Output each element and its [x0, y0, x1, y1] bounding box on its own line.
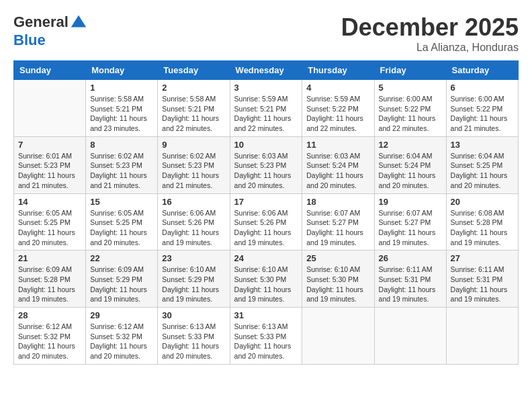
day-number: 28 [18, 310, 81, 320]
day-number: 22 [90, 253, 153, 263]
calendar-cell [14, 80, 86, 137]
calendar-cell: 6Sunrise: 6:00 AM Sunset: 5:22 PM Daylig… [446, 80, 518, 137]
calendar-cell: 21Sunrise: 6:09 AM Sunset: 5:28 PM Dayli… [14, 250, 86, 308]
logo-icon [69, 13, 88, 32]
day-number: 31 [234, 310, 298, 320]
calendar-cell: 12Sunrise: 6:04 AM Sunset: 5:24 PM Dayli… [374, 136, 446, 193]
day-info: Sunrise: 6:13 AM Sunset: 5:33 PM Dayligh… [234, 322, 298, 361]
day-number: 29 [90, 310, 153, 320]
logo-blue: Blue [13, 32, 46, 48]
day-info: Sunrise: 6:06 AM Sunset: 5:26 PM Dayligh… [234, 208, 298, 248]
day-info: Sunrise: 6:12 AM Sunset: 5:32 PM Dayligh… [90, 322, 153, 361]
calendar-cell: 13Sunrise: 6:04 AM Sunset: 5:25 PM Dayli… [446, 136, 518, 193]
day-info: Sunrise: 6:08 AM Sunset: 5:28 PM Dayligh… [451, 208, 514, 248]
week-row-5: 28Sunrise: 6:12 AM Sunset: 5:32 PM Dayli… [14, 308, 519, 365]
day-info: Sunrise: 5:59 AM Sunset: 5:22 PM Dayligh… [306, 94, 369, 134]
weekday-header-tuesday: Tuesday [158, 61, 230, 80]
day-number: 9 [162, 140, 225, 150]
weekday-header-wednesday: Wednesday [230, 61, 302, 80]
calendar-cell: 8Sunrise: 6:02 AM Sunset: 5:23 PM Daylig… [86, 136, 158, 193]
day-info: Sunrise: 6:05 AM Sunset: 5:25 PM Dayligh… [18, 208, 81, 248]
logo: General Blue [13, 13, 89, 48]
calendar-cell: 29Sunrise: 6:12 AM Sunset: 5:32 PM Dayli… [86, 308, 158, 365]
weekday-header-row: SundayMondayTuesdayWednesdayThursdayFrid… [14, 61, 519, 80]
calendar-cell: 26Sunrise: 6:11 AM Sunset: 5:31 PM Dayli… [374, 250, 446, 308]
day-number: 6 [451, 83, 514, 93]
day-info: Sunrise: 6:10 AM Sunset: 5:30 PM Dayligh… [234, 265, 298, 304]
day-info: Sunrise: 6:00 AM Sunset: 5:22 PM Dayligh… [379, 94, 442, 134]
day-info: Sunrise: 6:03 AM Sunset: 5:23 PM Dayligh… [234, 151, 298, 191]
calendar-cell: 25Sunrise: 6:10 AM Sunset: 5:30 PM Dayli… [302, 250, 374, 308]
week-row-3: 14Sunrise: 6:05 AM Sunset: 5:25 PM Dayli… [14, 193, 519, 250]
svg-marker-0 [71, 15, 86, 28]
calendar-cell: 2Sunrise: 5:58 AM Sunset: 5:21 PM Daylig… [158, 80, 230, 137]
day-number: 2 [162, 83, 225, 93]
day-number: 30 [162, 310, 225, 320]
calendar-cell: 15Sunrise: 6:05 AM Sunset: 5:25 PM Dayli… [86, 193, 158, 250]
day-info: Sunrise: 6:00 AM Sunset: 5:22 PM Dayligh… [451, 94, 514, 134]
day-info: Sunrise: 6:10 AM Sunset: 5:29 PM Dayligh… [162, 265, 225, 304]
day-number: 15 [90, 197, 153, 207]
calendar-cell: 11Sunrise: 6:03 AM Sunset: 5:24 PM Dayli… [302, 136, 374, 193]
calendar-cell: 18Sunrise: 6:07 AM Sunset: 5:27 PM Dayli… [302, 193, 374, 250]
weekday-header-thursday: Thursday [302, 61, 374, 80]
day-info: Sunrise: 6:04 AM Sunset: 5:25 PM Dayligh… [451, 151, 514, 191]
day-info: Sunrise: 6:11 AM Sunset: 5:31 PM Dayligh… [379, 265, 442, 304]
day-info: Sunrise: 6:07 AM Sunset: 5:27 PM Dayligh… [306, 208, 369, 248]
calendar-cell: 14Sunrise: 6:05 AM Sunset: 5:25 PM Dayli… [14, 193, 86, 250]
day-number: 23 [162, 253, 225, 263]
title-block: December 2025 La Alianza, Honduras [341, 13, 519, 54]
weekday-header-friday: Friday [374, 61, 446, 80]
day-number: 5 [379, 83, 442, 93]
day-info: Sunrise: 6:02 AM Sunset: 5:23 PM Dayligh… [162, 151, 225, 191]
day-number: 10 [234, 140, 298, 150]
day-info: Sunrise: 6:12 AM Sunset: 5:32 PM Dayligh… [18, 322, 81, 361]
calendar-cell: 22Sunrise: 6:09 AM Sunset: 5:29 PM Dayli… [86, 250, 158, 308]
day-number: 11 [306, 140, 369, 150]
day-number: 14 [18, 197, 81, 207]
day-info: Sunrise: 6:10 AM Sunset: 5:30 PM Dayligh… [306, 265, 369, 304]
day-info: Sunrise: 5:59 AM Sunset: 5:21 PM Dayligh… [234, 94, 298, 134]
day-number: 3 [234, 83, 298, 93]
day-number: 18 [306, 197, 369, 207]
month-title: December 2025 [341, 13, 519, 42]
calendar-cell: 4Sunrise: 5:59 AM Sunset: 5:22 PM Daylig… [302, 80, 374, 137]
day-number: 17 [234, 197, 298, 207]
calendar-cell: 24Sunrise: 6:10 AM Sunset: 5:30 PM Dayli… [230, 250, 302, 308]
calendar-cell: 23Sunrise: 6:10 AM Sunset: 5:29 PM Dayli… [158, 250, 230, 308]
logo-general: General [13, 13, 69, 30]
calendar-cell: 30Sunrise: 6:13 AM Sunset: 5:33 PM Dayli… [158, 308, 230, 365]
logo-text: General Blue [13, 13, 89, 48]
day-number: 4 [306, 83, 369, 93]
day-info: Sunrise: 6:03 AM Sunset: 5:24 PM Dayligh… [306, 151, 369, 191]
day-number: 24 [234, 253, 298, 263]
day-info: Sunrise: 5:58 AM Sunset: 5:21 PM Dayligh… [162, 94, 225, 134]
day-info: Sunrise: 6:13 AM Sunset: 5:33 PM Dayligh… [162, 322, 225, 361]
day-number: 19 [379, 197, 442, 207]
day-info: Sunrise: 6:05 AM Sunset: 5:25 PM Dayligh… [90, 208, 153, 248]
calendar-cell: 1Sunrise: 5:58 AM Sunset: 5:21 PM Daylig… [86, 80, 158, 137]
calendar-cell [302, 308, 374, 365]
day-number: 20 [451, 197, 514, 207]
day-number: 27 [451, 253, 514, 263]
calendar-table: SundayMondayTuesdayWednesdayThursdayFrid… [13, 60, 519, 365]
week-row-4: 21Sunrise: 6:09 AM Sunset: 5:28 PM Dayli… [14, 250, 519, 308]
calendar-cell: 31Sunrise: 6:13 AM Sunset: 5:33 PM Dayli… [230, 308, 302, 365]
weekday-header-sunday: Sunday [14, 61, 86, 80]
day-number: 12 [379, 140, 442, 150]
day-info: Sunrise: 6:04 AM Sunset: 5:24 PM Dayligh… [379, 151, 442, 191]
day-info: Sunrise: 6:09 AM Sunset: 5:28 PM Dayligh… [18, 265, 81, 304]
day-number: 8 [90, 140, 153, 150]
day-info: Sunrise: 6:07 AM Sunset: 5:27 PM Dayligh… [379, 208, 442, 248]
calendar-cell: 10Sunrise: 6:03 AM Sunset: 5:23 PM Dayli… [230, 136, 302, 193]
calendar-cell: 20Sunrise: 6:08 AM Sunset: 5:28 PM Dayli… [446, 193, 518, 250]
calendar-cell: 19Sunrise: 6:07 AM Sunset: 5:27 PM Dayli… [374, 193, 446, 250]
day-number: 13 [451, 140, 514, 150]
day-number: 25 [306, 253, 369, 263]
day-info: Sunrise: 6:06 AM Sunset: 5:26 PM Dayligh… [162, 208, 225, 248]
calendar-cell: 17Sunrise: 6:06 AM Sunset: 5:26 PM Dayli… [230, 193, 302, 250]
calendar-cell: 16Sunrise: 6:06 AM Sunset: 5:26 PM Dayli… [158, 193, 230, 250]
calendar-cell [446, 308, 518, 365]
weekday-header-saturday: Saturday [446, 61, 518, 80]
calendar-cell: 9Sunrise: 6:02 AM Sunset: 5:23 PM Daylig… [158, 136, 230, 193]
